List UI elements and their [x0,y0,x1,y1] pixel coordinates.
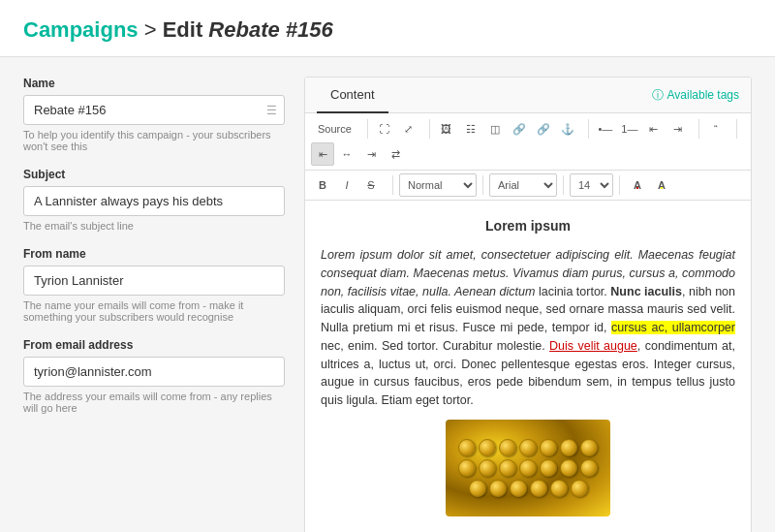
coin-19 [550,480,568,497]
strikethrough-button[interactable]: S [359,173,383,197]
coin-6 [560,439,577,456]
align-justify-button[interactable]: ⇄ [384,142,407,166]
table-button[interactable]: ☷ [459,117,482,141]
coin-20 [571,480,588,497]
name-help: To help you identify this campaign - you… [23,129,285,152]
campaigns-link[interactable]: Campaigns [23,17,139,42]
toolbar-divider-8 [563,175,564,195]
coin-17 [510,480,527,497]
edit-label: Edit [163,17,209,42]
coin-14 [580,459,598,477]
page-wrapper: Campaigns > Edit Rebate #156 Name ☰ To h… [0,0,775,532]
font-color-button[interactable]: A [626,173,649,197]
toolbar-divider-7 [482,175,483,195]
toolbar-divider-2 [429,119,430,139]
available-tags-link[interactable]: ⓘ Available tags [652,87,740,104]
source-group: Source [311,117,358,141]
coin-11 [519,459,537,477]
from-name-label: From name [23,247,285,261]
header-separator: > [139,17,163,42]
size-select[interactable]: 14 8 10 12 16 [570,173,613,197]
coin-1 [458,439,476,456]
view-group: ⛶ ⤢ [373,117,420,141]
toolbar-divider-6 [392,175,393,195]
layout-button[interactable]: ◫ [483,117,507,141]
ordered-list-button[interactable]: 1— [618,117,641,141]
content-paragraph: Lorem ipsum dolor sit amet, consectetuer… [321,246,735,410]
bold-button[interactable]: B [311,173,334,197]
name-field-group: Name ☰ To help you identify this campaig… [23,77,285,152]
name-label: Name [23,77,285,90]
image-button[interactable]: 🖼 [435,117,458,141]
align-right-button[interactable]: ⇥ [359,142,383,166]
font-color-label: A [634,179,641,191]
editor-toolbar-row1: Source ⛶ ⤢ 🖼 ☷ ◫ 🔗 🔗 ⚓ •— [305,113,751,171]
nunc-bold: Nunc iaculis [610,285,682,298]
subject-help: The email's subject line [23,220,285,232]
align-left-button[interactable]: ⇤ [311,142,334,166]
tab-content[interactable]: Content [317,78,388,113]
content-heading: Lorem ipsum [321,216,735,236]
from-email-input[interactable] [23,357,285,387]
list-group: •— 1— ⇤ ⇥ [594,117,690,141]
coin-13 [560,459,577,477]
coin-8 [458,459,476,477]
editor-content-area[interactable]: Lorem ipsum Lorem ipsum dolor sit amet, … [305,201,751,532]
italic-button[interactable]: I [335,173,358,197]
bg-color-label: A [658,179,666,191]
fullscreen-button[interactable]: ⛶ [373,117,396,141]
red-text: Duis velit augue [549,339,637,353]
format-select[interactable]: Normal Heading 1 Heading 2 [399,173,477,197]
page-title: Campaigns > Edit Rebate #156 [23,17,752,43]
bg-color-button[interactable]: A [650,173,673,197]
color-group: A A [626,173,673,197]
indent-button[interactable]: ⇥ [666,117,690,141]
coin-5 [540,439,557,456]
rebate-label: Rebate #156 [208,17,332,42]
format-group: B I S [311,173,383,197]
font-color-underline [636,187,638,189]
coin-image-inner [446,420,610,516]
from-email-help: The address your emails will come from -… [23,391,285,414]
name-input[interactable] [23,95,285,125]
coin-9 [479,459,496,477]
subject-input[interactable] [23,186,285,216]
question-icon: ⓘ [652,87,664,104]
link-button[interactable]: 🔗 [508,117,531,141]
source-button[interactable]: Source [311,117,358,141]
highlighted-text: cursus ac, ullamcorper [611,321,735,334]
align-group: ⇤ ↔ ⇥ ⇄ [311,142,407,166]
toolbar-divider-3 [588,119,589,139]
main-content: Name ☰ To help you identify this campaig… [0,57,775,532]
toolbar-divider-1 [367,119,368,139]
from-name-field-group: From name The name your emails will come… [23,247,285,323]
from-name-help: The name your emails will come from - ma… [23,299,285,323]
subject-field-group: Subject The email's subject line [23,168,285,232]
maximize-button[interactable]: ⤢ [397,117,420,141]
from-email-label: From email address [23,338,285,352]
subject-label: Subject [23,168,285,181]
font-select[interactable]: Arial Georgia Verdana [489,173,557,197]
bg-color-underline [661,187,663,189]
page-header: Campaigns > Edit Rebate #156 [0,0,775,57]
unlink-button[interactable]: 🔗 [532,117,555,141]
name-input-wrapper: ☰ [23,95,285,125]
toolbar-divider-4 [698,119,699,139]
coin-4 [519,439,537,456]
toolbar-divider-9 [619,175,620,195]
align-center-button[interactable]: ↔ [335,142,358,166]
unordered-list-button[interactable]: •— [594,117,617,141]
insert-group: 🖼 ☷ ◫ 🔗 🔗 ⚓ [435,117,579,141]
toolbar-divider-5 [736,119,737,139]
editor-panel: Content ⓘ Available tags Source ⛶ ⤢ � [304,77,752,532]
anchor-button[interactable]: ⚓ [556,117,579,141]
blockquote-button[interactable]: “ [704,117,728,141]
coin-10 [499,459,516,477]
coin-3 [499,439,516,456]
coin-18 [530,480,547,497]
coin-7 [580,439,598,456]
outdent-button[interactable]: ⇤ [642,117,666,141]
from-name-input[interactable] [23,266,285,296]
left-panel: Name ☰ To help you identify this campaig… [23,77,285,532]
available-tags-label: Available tags [667,88,740,102]
